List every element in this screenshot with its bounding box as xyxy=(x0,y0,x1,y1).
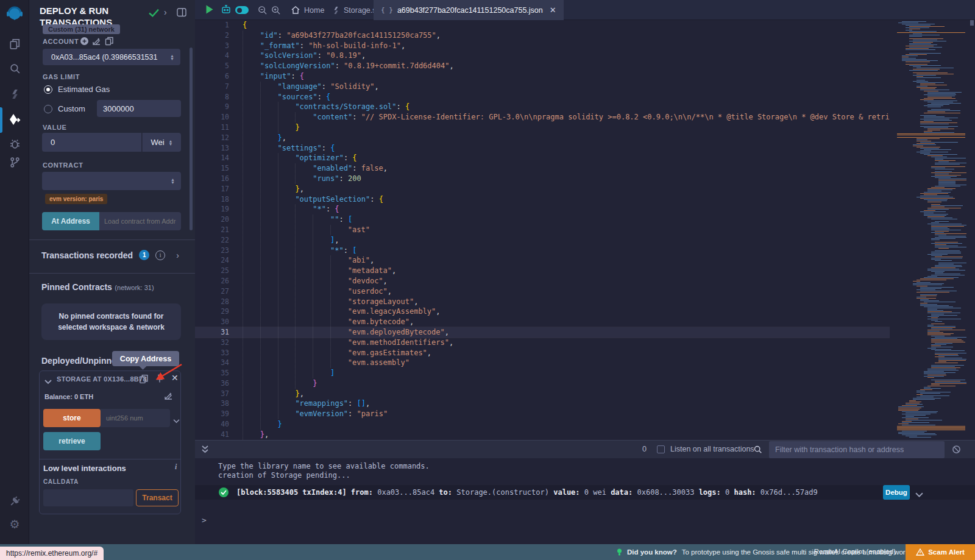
minimap-scrollbar[interactable] xyxy=(970,20,974,26)
code-line[interactable]: 40} xyxy=(195,419,890,430)
contract-select[interactable]: ▲▼ xyxy=(42,172,181,190)
remix-ai-icon[interactable] xyxy=(221,4,232,18)
code-line[interactable]: 28"storageLayout", xyxy=(195,297,890,307)
code-line[interactable]: 38"remappings": [], xyxy=(195,399,890,409)
code-line[interactable]: 33"evm.gasEstimates", xyxy=(195,348,890,358)
unit-stepper-icon[interactable]: ▲▼ xyxy=(169,140,173,146)
code-line[interactable]: 34"evm.assembly" xyxy=(195,358,890,368)
search-icon[interactable] xyxy=(0,60,29,77)
at-address-input[interactable] xyxy=(99,212,181,230)
code-line[interactable]: 4"solcVersion": "0.8.19", xyxy=(195,51,890,61)
code-line[interactable]: 11} xyxy=(195,122,890,133)
account-select[interactable]: 0xA03...85ac4 (0.39866531531 ▲▼ xyxy=(43,49,180,65)
code-line[interactable]: 24"abi", xyxy=(195,255,890,266)
code-line[interactable]: 3"_format": "hh-sol-build-info-1", xyxy=(195,41,890,51)
code-area[interactable]: 1{2"id": "a69b43f277ba20fcac141151250ca7… xyxy=(195,20,890,440)
code-line[interactable]: 13"settings": { xyxy=(195,143,890,154)
scam-alert-button[interactable]: Scam Alert xyxy=(906,544,975,560)
minimap[interactable] xyxy=(895,20,969,440)
code-line[interactable]: 17}, xyxy=(195,184,890,194)
plugin-manager-icon[interactable] xyxy=(0,492,29,509)
code-line[interactable]: 19"*": { xyxy=(195,204,890,214)
radio-selected-icon[interactable] xyxy=(44,85,52,94)
clear-console-icon[interactable] xyxy=(952,445,961,456)
expand-store-icon[interactable] xyxy=(173,415,180,426)
code-line[interactable]: 26"devdoc", xyxy=(195,276,890,286)
code-line[interactable]: 32"evm.methodIdentifiers", xyxy=(195,338,890,348)
zoom-in-icon[interactable] xyxy=(271,5,281,18)
panel-scrollbar[interactable] xyxy=(190,48,193,230)
code-line[interactable]: 9"contracts/Storage.sol": { xyxy=(195,102,890,112)
pin-panel-icon[interactable] xyxy=(177,8,186,19)
copy-address-icon[interactable] xyxy=(139,374,148,386)
value-input[interactable] xyxy=(42,133,141,152)
contract-stepper-icon[interactable]: ▲▼ xyxy=(171,178,175,184)
transactions-recorded-row[interactable]: Transactions recorded 1 i › xyxy=(41,250,179,260)
account-stepper-icon[interactable]: ▲▼ xyxy=(170,54,174,60)
tab-home[interactable]: Home xyxy=(284,0,332,20)
zoom-out-icon[interactable] xyxy=(257,5,268,18)
debug-button[interactable]: Debug xyxy=(883,485,910,500)
transact-button[interactable]: Transact xyxy=(136,489,179,506)
code-line[interactable]: 18"outputSelection": { xyxy=(195,194,890,205)
edit-balance-icon[interactable] xyxy=(164,391,173,403)
code-line[interactable]: 12}, xyxy=(195,133,890,143)
code-line[interactable]: 20"": [ xyxy=(195,214,890,225)
value-unit-select[interactable]: Wei ▲▼ xyxy=(142,133,181,152)
terminal-prompt[interactable]: > xyxy=(202,516,207,525)
code-line[interactable]: 39"evmVersion": "paris" xyxy=(195,409,890,419)
code-line[interactable]: 29"evm.legacyAssembly", xyxy=(195,307,890,317)
code-line[interactable]: 36} xyxy=(195,378,890,389)
store-input[interactable] xyxy=(101,409,170,427)
run-script-icon[interactable] xyxy=(205,4,214,17)
listen-checkbox[interactable] xyxy=(657,445,665,453)
code-line[interactable]: 41}, xyxy=(195,430,890,440)
code-line[interactable]: 10"content": "// SPDX-License-Identifier… xyxy=(195,112,890,122)
settings-gear-icon[interactable]: ⚙ xyxy=(0,516,29,533)
gas-custom-option[interactable]: Custom xyxy=(44,104,85,113)
deploy-and-run-icon[interactable] xyxy=(0,108,29,132)
panel-forward-icon[interactable]: › xyxy=(164,7,167,17)
edit-account-icon[interactable] xyxy=(92,37,101,48)
close-tab-icon[interactable]: ✕ xyxy=(550,5,556,15)
add-account-icon[interactable] xyxy=(80,37,89,48)
collapse-contract-icon[interactable] xyxy=(44,376,52,387)
code-line[interactable]: 35] xyxy=(195,368,890,378)
code-line[interactable]: 31"evm.deployedBytecode", xyxy=(195,327,890,338)
code-line[interactable]: 7"language": "Solidity", xyxy=(195,82,890,92)
debugger-icon[interactable] xyxy=(0,135,29,152)
code-line[interactable]: 37}, xyxy=(195,389,890,399)
code-line[interactable]: 15"enabled": false, xyxy=(195,163,890,174)
code-line[interactable]: 2"id": "a69b43f277ba20fcac141151250ca755… xyxy=(195,30,890,41)
expand-log-icon[interactable] xyxy=(915,489,923,500)
calldata-input[interactable] xyxy=(43,489,133,506)
copy-account-icon[interactable] xyxy=(105,37,113,48)
code-line[interactable]: 25"metadata", xyxy=(195,266,890,276)
code-line[interactable]: 22], xyxy=(195,235,890,246)
gas-custom-input[interactable] xyxy=(97,100,181,117)
collapse-terminal-icon[interactable] xyxy=(201,445,209,456)
code-line[interactable]: 21"ast" xyxy=(195,225,890,235)
expand-transactions-icon[interactable]: › xyxy=(176,250,179,260)
filter-input[interactable] xyxy=(769,441,945,458)
remix-logo-icon[interactable] xyxy=(0,4,29,26)
tab-json-active[interactable]: { } a69b43f277ba20fcac141151250ca755.jso… xyxy=(374,0,564,20)
code-line[interactable]: 14"optimizer": { xyxy=(195,153,890,163)
radio-unselected-icon[interactable] xyxy=(44,105,52,113)
info-icon[interactable]: i xyxy=(155,250,165,260)
code-line[interactable]: 27"userdoc", xyxy=(195,286,890,297)
code-line[interactable]: 1{ xyxy=(195,20,890,30)
code-line[interactable]: 5"solcLongVersion": "0.8.19+commit.7dd6d… xyxy=(195,61,890,71)
gas-estimated-option[interactable]: Estimated Gas xyxy=(44,85,110,94)
git-icon[interactable] xyxy=(0,154,29,171)
file-explorer-icon[interactable] xyxy=(0,35,29,52)
ai-toggle-icon[interactable] xyxy=(235,6,249,14)
code-line[interactable]: 6"input": { xyxy=(195,71,890,82)
transaction-log-row[interactable]: [block:5583405 txIndex:4] from: 0xa03...… xyxy=(195,485,975,500)
code-line[interactable]: 8"sources": { xyxy=(195,92,890,102)
code-line[interactable]: 23"*": [ xyxy=(195,246,890,256)
copilot-status[interactable]: RemixAI Copilot (enabled) xyxy=(814,548,896,555)
store-button[interactable]: store xyxy=(43,409,101,427)
code-line[interactable]: 16"runs": 200 xyxy=(195,174,890,184)
code-line[interactable]: 30"evm.bytecode", xyxy=(195,317,890,327)
